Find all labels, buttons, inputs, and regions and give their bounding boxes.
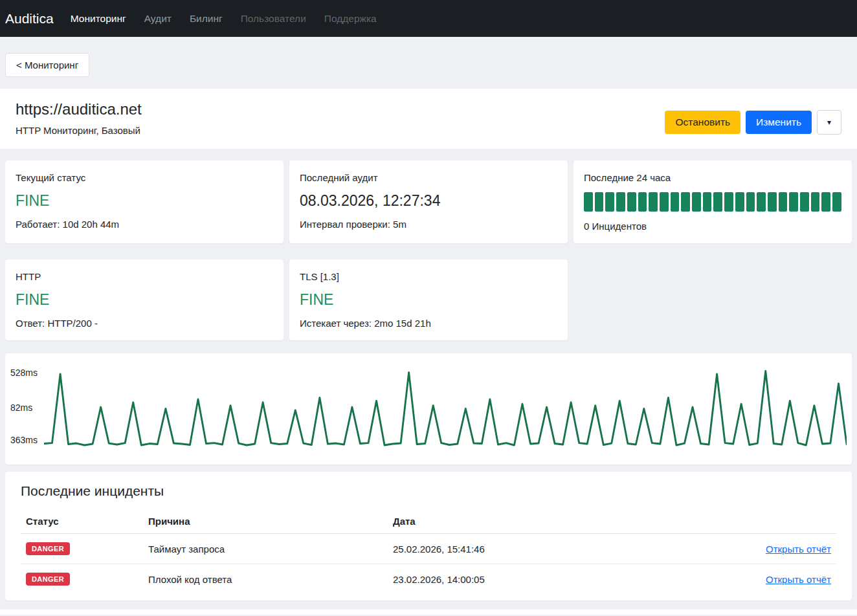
status-badge: DANGER — [26, 542, 70, 555]
uptime-bar — [584, 192, 593, 212]
uptime-bar — [605, 192, 614, 212]
incidents-title: Последние инциденты — [21, 483, 836, 499]
incident-date: 23.02.2026, 14:00:05 — [388, 564, 714, 595]
uptime-bar — [768, 192, 777, 212]
y-axis-label: 363ms — [10, 435, 38, 445]
main-content: Текущий статус FINE Работает: 10d 20h 44… — [5, 160, 852, 600]
chart-plot-area — [44, 362, 847, 457]
status-badge: DANGER — [26, 573, 70, 586]
last-audit-value: 08.03.2026, 12:27:34 — [300, 192, 557, 210]
caret-down-icon: ▾ — [827, 118, 831, 127]
incidents-body: DANGERТаймаут запроса25.02.2026, 15:41:4… — [21, 534, 836, 595]
uptime-bar — [789, 192, 798, 212]
last-audit-card: Последний аудит 08.03.2026, 12:27:34 Инт… — [289, 160, 568, 243]
uptime-bars — [584, 192, 841, 212]
page-header: https://auditica.net HTTP Мониторинг, Ба… — [0, 89, 857, 149]
uptime-bar — [692, 192, 701, 212]
status-value: FINE — [16, 192, 273, 210]
uptime-bar — [681, 192, 690, 212]
http-response-detail: Ответ: HTTP/200 - — [16, 318, 273, 329]
navbar: Auditica МониторингАудитБилингПользовате… — [0, 0, 857, 37]
uptime-bar — [616, 192, 625, 212]
uptime-bar — [703, 192, 712, 212]
tls-card: TLS [1.3] FINE Истекает через: 2mo 15d 2… — [289, 259, 568, 340]
open-report-link[interactable]: Открыть отчёт — [766, 544, 831, 555]
column-header-link — [714, 509, 836, 534]
nav-item[interactable]: Мониторинг — [71, 13, 126, 25]
y-axis-label: 528ms — [10, 368, 38, 378]
table-row: DANGERТаймаут запроса25.02.2026, 15:41:4… — [21, 534, 836, 564]
response-time-chart-card: 528ms 82ms 363ms — [5, 353, 852, 465]
check-interval-detail: Интервал проверки: 5m — [300, 219, 557, 230]
stop-button[interactable]: Остановить — [665, 111, 740, 134]
empty-cell — [573, 259, 852, 340]
breadcrumb: < Мониторинг — [5, 53, 852, 77]
uptime-bar — [800, 192, 809, 212]
nav-item[interactable]: Пользователи — [241, 13, 306, 25]
uptime-bar — [811, 192, 820, 212]
uptime-bar — [671, 192, 680, 212]
uptime-bar — [627, 192, 636, 212]
card-title: HTTP — [16, 271, 273, 282]
nav-item[interactable]: Аудит — [144, 13, 172, 25]
page-header-text: https://auditica.net HTTP Мониторинг, Ба… — [16, 100, 142, 136]
status-cards-row: Текущий статус FINE Работает: 10d 20h 44… — [5, 160, 852, 243]
uptime-detail: Работает: 10d 20h 44m — [16, 219, 273, 230]
incident-date: 25.02.2026, 15:41:46 — [388, 534, 714, 564]
uptime-bar — [713, 192, 722, 212]
incident-count: 0 Инцидентов — [584, 221, 841, 232]
current-status-card: Текущий статус FINE Работает: 10d 20h 44… — [5, 160, 284, 243]
column-header-reason: Причина — [143, 509, 388, 534]
column-header-status: Статус — [21, 509, 143, 534]
brand-logo[interactable]: Auditica — [5, 11, 54, 27]
nav-item[interactable]: Билинг — [190, 13, 223, 25]
page-subtitle: HTTP Мониторинг, Базовый — [16, 125, 142, 136]
uptime-bar — [649, 192, 658, 212]
uptime-bar — [735, 192, 744, 212]
uptime-bar — [724, 192, 733, 212]
uptime-bar — [779, 192, 788, 212]
card-title: TLS [1.3] — [300, 271, 557, 282]
incidents-table-head: Статус Причина Дата — [21, 509, 836, 534]
card-title: Текущий статус — [16, 172, 273, 183]
incident-reason: Таймаут запроса — [143, 534, 388, 564]
card-title: Последние 24 часа — [584, 172, 841, 183]
uptime-bar — [660, 192, 669, 212]
uptime-bar — [746, 192, 755, 212]
column-header-date: Дата — [388, 509, 714, 534]
tls-status-value: FINE — [300, 291, 557, 309]
footer-strip — [0, 610, 857, 615]
open-report-link[interactable]: Открыть отчёт — [766, 574, 831, 585]
y-axis-label: 82ms — [10, 402, 32, 413]
table-row: DANGERПлохой код ответа23.02.2026, 14:00… — [21, 564, 836, 595]
protocol-cards-row: HTTP FINE Ответ: HTTP/200 - TLS [1.3] FI… — [5, 259, 852, 340]
uptime-bar — [821, 192, 830, 212]
back-button[interactable]: < Мониторинг — [5, 53, 89, 77]
edit-button[interactable]: Изменить — [746, 111, 812, 134]
card-title: Последний аудит — [300, 172, 557, 183]
uptime-bar — [638, 192, 647, 212]
nav-item[interactable]: Поддержка — [324, 13, 377, 25]
last-24h-card: Последние 24 часа 0 Инцидентов — [573, 160, 852, 243]
http-card: HTTP FINE Ответ: HTTP/200 - — [5, 259, 284, 340]
response-chart-svg — [44, 362, 847, 457]
incidents-card: Последние инциденты Статус Причина Дата … — [5, 472, 852, 600]
tls-expiry-detail: Истекает через: 2mo 15d 21h — [300, 318, 557, 329]
incident-reason: Плохой код ответа — [143, 564, 388, 595]
page-title: https://auditica.net — [16, 100, 142, 118]
uptime-bar — [757, 192, 766, 212]
incidents-table: Статус Причина Дата DANGERТаймаут запрос… — [21, 509, 836, 594]
uptime-bar — [832, 192, 841, 212]
uptime-bar — [595, 192, 604, 212]
chart-y-axis: 528ms 82ms 363ms — [10, 362, 43, 456]
header-actions: Остановить Изменить ▾ — [665, 110, 841, 136]
http-status-value: FINE — [16, 291, 273, 309]
more-actions-button[interactable]: ▾ — [817, 110, 841, 135]
nav-items: МониторингАудитБилингПользователиПоддерж… — [71, 13, 377, 25]
